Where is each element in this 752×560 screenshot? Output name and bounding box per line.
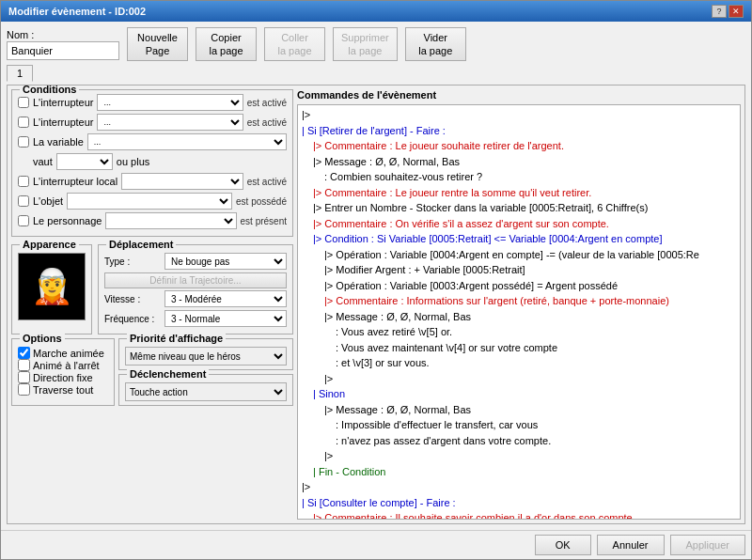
title-bar-buttons: ? ✕ xyxy=(712,5,744,18)
command-line: |> Opération : Variable [0003:Argent pos… xyxy=(302,278,736,294)
command-line: |> Condition : Si Variable [0005:Retrait… xyxy=(302,231,736,247)
command-line: | Si [Retirer de l'argent] - Faire : xyxy=(302,123,736,139)
walking-anim-check[interactable] xyxy=(18,347,30,359)
command-line: | Si [Consulter le compte] - Faire : xyxy=(302,495,736,511)
appearance-group: Apparence 🧝 xyxy=(11,244,92,334)
trigger-group: Déclenchement Touche action xyxy=(118,374,293,406)
event-commands-area[interactable]: |>| Si [Retirer de l'argent] - Faire :|>… xyxy=(297,104,741,520)
command-line: |> Opération : Variable [0004:Argent en … xyxy=(302,247,736,263)
command-line: |> Commentaire : Le joueur souhaite reti… xyxy=(302,138,736,154)
priority-title: Priorité d'affichage xyxy=(127,333,226,344)
movement-type-label: Type : xyxy=(104,257,161,267)
close-button[interactable]: ✕ xyxy=(728,5,744,18)
sprite-preview[interactable]: 🧝 xyxy=(18,253,86,320)
priority-group: Priorité d'affichage Même niveau que le … xyxy=(118,338,293,370)
condition-label-2: L'interrupteur xyxy=(33,117,93,128)
fixed-dir-check[interactable] xyxy=(18,371,30,383)
condition-label-6: Le personnage xyxy=(33,215,102,226)
name-input[interactable] xyxy=(7,41,119,60)
command-line: : Vous avez retiré \v[5] or. xyxy=(302,324,736,340)
condition-check-5[interactable] xyxy=(18,195,29,207)
movement-freq-label: Fréquence : xyxy=(104,314,161,324)
value-combo[interactable] xyxy=(56,153,113,170)
options-section: Options Marche animée Animé à l'arrêt Di… xyxy=(11,338,293,406)
command-line: : et \v[3] or sur vous. xyxy=(302,355,736,371)
condition-status-4: est activé xyxy=(247,177,287,187)
copy-page-button[interactable]: Copier la page xyxy=(196,27,257,61)
define-trajectory-button[interactable]: Définir la Trajectoire... xyxy=(104,272,287,288)
condition-combo-6[interactable] xyxy=(105,212,236,229)
apply-button[interactable]: Appliquer xyxy=(670,535,745,555)
movement-title: Déplacement xyxy=(106,239,176,250)
condition-check-1[interactable] xyxy=(18,97,29,108)
title-bar: Modifier évènement - ID:002 ? ✕ xyxy=(1,1,751,22)
command-line: : Impossible d'effectuer le transfert, c… xyxy=(302,417,736,433)
delete-page-button[interactable]: Supprimer la page xyxy=(333,27,398,61)
name-section: Nom : xyxy=(7,29,119,60)
condition-label-1: L'interrupteur xyxy=(33,97,93,108)
command-line: |> Message : Ø, Ø, Normal, Bas xyxy=(302,402,736,418)
movement-freq-combo[interactable]: 3 - Normale xyxy=(164,310,287,327)
command-line: | Fin - Condition xyxy=(302,464,736,480)
pass-through-check[interactable] xyxy=(18,383,30,396)
cancel-button[interactable]: Annuler xyxy=(597,535,665,555)
main-window: Modifier évènement - ID:002 ? ✕ Nom : No… xyxy=(0,0,752,560)
options-title: Options xyxy=(20,333,65,344)
condition-status-2: est activé xyxy=(247,117,287,128)
command-line: |> Commentaire : On vérifie s'il a assez… xyxy=(302,216,736,232)
condition-label-5: L'objet xyxy=(33,195,63,207)
options-group: Options Marche animée Animé à l'arrêt Di… xyxy=(11,338,115,406)
command-line: |> Commentaire : Il souhaite savoir comb… xyxy=(302,510,736,520)
fixed-dir-label: Direction fixe xyxy=(33,372,93,383)
condition-row-2: L'interrupteur ... est activé xyxy=(18,114,287,131)
movement-group: Déplacement Type : Ne bouge pas Définir … xyxy=(98,244,293,334)
condition-combo-4[interactable] xyxy=(121,173,243,190)
command-line: |> xyxy=(302,479,736,495)
pass-through-label: Traverse tout xyxy=(33,384,93,396)
trigger-title: Déclenchement xyxy=(127,368,209,380)
top-toolbar: Nom : Nouvelle Page Copier la page Colle… xyxy=(7,27,745,61)
main-content: Conditions L'interrupteur ... est activé xyxy=(7,85,745,524)
clear-page-button[interactable]: Vider la page xyxy=(405,27,466,61)
condition-status-1: est activé xyxy=(247,98,287,108)
condition-check-3[interactable] xyxy=(18,136,29,148)
command-line: |> Entrer un Nombre - Stocker dans la va… xyxy=(302,200,736,216)
idle-anim-check[interactable] xyxy=(18,359,30,371)
condition-check-2[interactable] xyxy=(18,117,29,128)
movement-freq-row: Fréquence : 3 - Normale xyxy=(104,310,287,327)
movement-speed-combo[interactable]: 3 - Modérée xyxy=(164,290,287,307)
name-label: Nom : xyxy=(7,29,119,40)
vaut-label: vaut xyxy=(33,156,53,167)
movement-type-combo[interactable]: Ne bouge pas xyxy=(164,253,287,270)
conditions-group: Conditions L'interrupteur ... est activé xyxy=(11,89,293,237)
condition-label-3: La variable xyxy=(33,136,84,148)
command-line: | Sinon xyxy=(302,386,736,402)
condition-combo-5[interactable] xyxy=(67,193,232,210)
condition-label-4: L'interrupteur local xyxy=(33,176,118,187)
tab-1[interactable]: 1 xyxy=(7,65,33,82)
condition-check-4[interactable] xyxy=(18,176,29,187)
paste-page-button[interactable]: Coller la page xyxy=(264,27,325,61)
condition-row-1: L'interrupteur ... est activé xyxy=(18,94,287,111)
condition-row-4: L'interrupteur local est activé xyxy=(18,173,287,190)
command-line: : n'avez pas assez d'argent dans votre c… xyxy=(302,433,736,449)
option-walking-anim: Marche animée xyxy=(18,347,108,359)
condition-combo-2[interactable]: ... xyxy=(97,114,243,131)
appearance-title: Apparence xyxy=(20,239,79,250)
condition-check-6[interactable] xyxy=(18,215,29,226)
new-page-button[interactable]: Nouvelle Page xyxy=(127,27,188,61)
condition-row-6: Le personnage est présent xyxy=(18,212,287,229)
bottom-bar: OK Annuler Appliquer xyxy=(1,530,751,559)
trigger-combo[interactable]: Touche action xyxy=(125,382,287,401)
priority-combo[interactable]: Même niveau que le héros xyxy=(125,347,287,366)
content-area: Nom : Nouvelle Page Copier la page Colle… xyxy=(1,22,751,530)
tab-row: 1 xyxy=(7,65,745,81)
command-line: |> Modifier Argent : + Variable [0005:Re… xyxy=(302,262,736,278)
condition-row-5: L'objet est possédé xyxy=(18,193,287,210)
condition-combo-1[interactable]: ... xyxy=(97,94,243,111)
ok-button[interactable]: OK xyxy=(535,535,591,555)
condition-combo-3[interactable]: ... xyxy=(87,133,287,150)
minimize-button[interactable]: ? xyxy=(712,5,727,18)
condition-row-3: La variable ... xyxy=(18,133,287,150)
condition-subrow: vaut ou plus xyxy=(18,153,287,170)
